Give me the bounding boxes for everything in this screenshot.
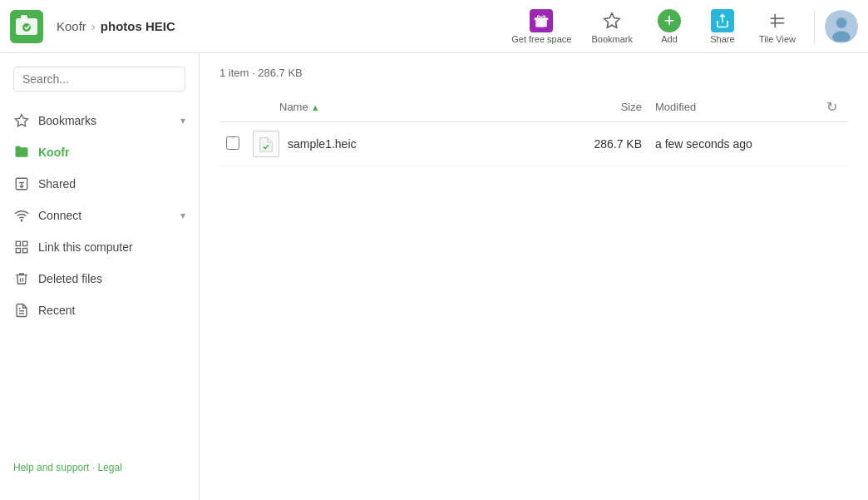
- bookmark-label: Bookmark: [591, 34, 633, 44]
- avatar: [825, 10, 858, 43]
- tile-view-label: Tile View: [759, 34, 796, 44]
- svg-rect-6: [535, 17, 549, 20]
- wifi-icon: [13, 207, 30, 224]
- sidebar-item-deleted-files-label: Deleted files: [38, 272, 102, 285]
- svg-point-3: [22, 23, 31, 32]
- share-button[interactable]: Share: [698, 6, 747, 47]
- sidebar-item-connect[interactable]: Connect ▾: [0, 200, 199, 231]
- row-modified: a few seconds ago: [649, 122, 815, 166]
- file-name[interactable]: sample1.heic: [288, 137, 357, 151]
- add-button[interactable]: + Add: [644, 6, 694, 47]
- plus-icon: +: [658, 9, 681, 32]
- legal-link[interactable]: Legal: [97, 462, 121, 473]
- col-name[interactable]: Name▲: [246, 92, 549, 122]
- row-size: 286.7 KB: [549, 122, 649, 166]
- share-icon: [711, 9, 734, 32]
- star-icon: [600, 9, 624, 32]
- sidebar-item-link-computer[interactable]: Link this computer: [0, 231, 199, 263]
- header-actions: Get free space Bookmark + Add: [503, 6, 858, 47]
- search-input[interactable]: [13, 67, 185, 92]
- header: Koofr › photos HEIC Get free space: [0, 0, 868, 53]
- row-name-cell: sample1.heic: [246, 122, 549, 166]
- sidebar-item-bookmarks[interactable]: Bookmarks ▾: [0, 105, 199, 136]
- sidebar-item-koofr[interactable]: Koofr: [0, 136, 199, 168]
- table-row: sample1.heic 286.7 KB a few seconds ago: [219, 122, 848, 166]
- main-layout: Bookmarks ▾ Koofr: [0, 53, 868, 500]
- sidebar: Bookmarks ▾ Koofr: [0, 53, 200, 500]
- help-support-link[interactable]: Help and support: [13, 462, 89, 473]
- avatar-button[interactable]: [825, 10, 858, 43]
- sidebar-item-deleted-files[interactable]: Deleted files: [0, 263, 199, 295]
- sidebar-item-shared-label: Shared: [38, 177, 76, 191]
- share-label: Share: [710, 34, 734, 44]
- grid-icon: [766, 9, 789, 32]
- svg-marker-7: [604, 12, 619, 27]
- app-logo: [10, 10, 43, 43]
- tile-view-button[interactable]: Tile View: [751, 6, 804, 47]
- svg-rect-20: [16, 241, 20, 245]
- doc-icon: [13, 302, 30, 319]
- col-refresh[interactable]: ↻: [815, 92, 848, 122]
- breadcrumb-root[interactable]: Koofr: [57, 19, 86, 33]
- add-label: Add: [661, 34, 678, 44]
- svg-rect-2: [21, 15, 27, 22]
- folder-icon: [13, 144, 30, 161]
- search-wrap: [0, 67, 199, 105]
- col-modified[interactable]: Modified: [649, 92, 815, 122]
- bookmark-button[interactable]: Bookmark: [583, 6, 641, 47]
- share-out-icon: [13, 176, 30, 192]
- grid-small-icon: [13, 239, 30, 255]
- file-count: 1 item · 286.7 KB: [219, 67, 848, 79]
- svg-point-19: [21, 220, 22, 221]
- svg-rect-22: [16, 249, 20, 253]
- get-free-space-label: Get free space: [511, 34, 571, 44]
- sidebar-item-connect-label: Connect: [38, 209, 81, 222]
- sort-arrow: ▲: [311, 102, 320, 112]
- svg-point-13: [836, 17, 847, 28]
- col-size[interactable]: Size: [549, 92, 649, 122]
- row-checkbox[interactable]: [226, 136, 239, 150]
- breadcrumb-current: photos HEIC: [101, 19, 175, 33]
- sidebar-item-recent[interactable]: Recent: [0, 295, 199, 326]
- file-thumbnail: [253, 131, 279, 157]
- sidebar-item-shared[interactable]: Shared: [0, 168, 199, 200]
- row-checkbox-cell: [219, 122, 246, 166]
- footer-separator: ·: [92, 462, 95, 473]
- get-free-space-button[interactable]: Get free space: [503, 6, 579, 47]
- sidebar-footer: Help and support · Legal: [0, 448, 199, 487]
- sidebar-nav: Bookmarks ▾ Koofr: [0, 105, 199, 448]
- svg-marker-15: [16, 115, 28, 126]
- sidebar-item-koofr-label: Koofr: [38, 146, 69, 159]
- file-table: Name▲ Size Modified ↻: [219, 92, 848, 166]
- chevron-down-icon: ▾: [180, 210, 185, 221]
- sidebar-item-link-computer-label: Link this computer: [38, 240, 133, 254]
- svg-rect-23: [23, 249, 27, 253]
- star-icon: [13, 112, 30, 129]
- sidebar-item-recent-label: Recent: [38, 304, 75, 317]
- chevron-down-icon: ▾: [180, 115, 185, 126]
- trash-icon: [13, 270, 30, 287]
- gift-icon: [530, 9, 553, 32]
- breadcrumb: Koofr › photos HEIC: [57, 19, 503, 33]
- main-content: 1 item · 286.7 KB Name▲ Size Modified ↻: [200, 53, 868, 500]
- svg-rect-21: [23, 241, 27, 245]
- breadcrumb-separator: ›: [91, 19, 96, 33]
- sidebar-item-bookmarks-label: Bookmarks: [38, 114, 96, 127]
- refresh-icon[interactable]: ↻: [826, 100, 837, 114]
- header-divider: [814, 10, 815, 43]
